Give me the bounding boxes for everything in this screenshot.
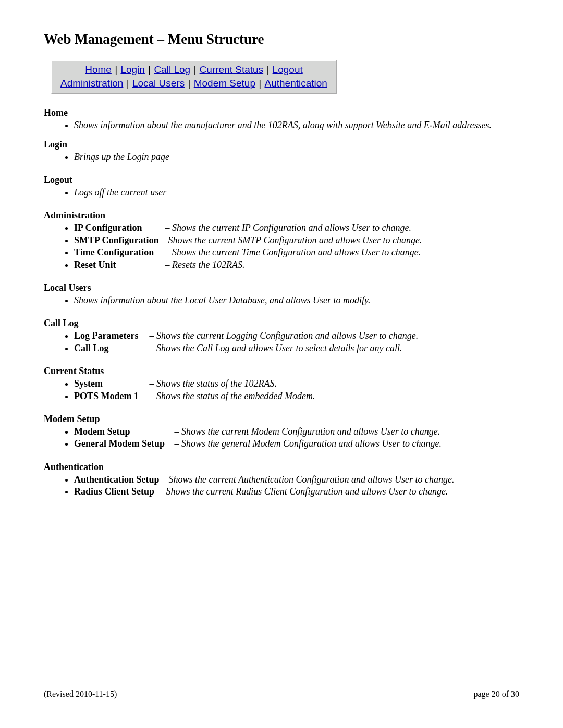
section-title: Logout [44,175,519,186]
list-item: Reset Unit – Resets the 102RAS. [74,259,519,271]
list-item: SMTP Configuration – Shows the current S… [74,235,519,246]
section-home: Home Shows information about the manufac… [44,107,519,131]
item-label: Time Configuration [74,246,163,258]
nav-menu-box: Home | Login | Call Log | Current Status… [51,60,337,94]
item-desc: – Shows the current Time Configuration a… [165,247,421,257]
item-desc: Logs off the current user [74,187,166,198]
nav-authentication[interactable]: Authentication [265,78,327,89]
section-current-status: Current Status System – Shows the status… [44,366,519,402]
item-desc: – Shows the status of the embedded Modem… [150,391,315,401]
item-desc: – Shows the Call Log and allows User to … [150,343,402,353]
section-title: Administration [44,210,519,221]
list-item: Logs off the current user [74,187,519,199]
nav-row-2: Administration | Local Users | Modem Set… [60,77,327,90]
nav-login[interactable]: Login [120,64,145,75]
list-item: Call Log – Shows the Call Log and allows… [74,342,519,354]
item-label: Authentication Setup [74,474,160,486]
section-administration: Administration IP Configuration – Shows … [44,210,519,271]
item-desc: – Shows the current IP Configuration and… [165,223,412,233]
item-label: General Modem Setup [74,438,172,450]
list-item: General Modem Setup – Shows the general … [74,438,519,450]
section-call-log: Call Log Log Parameters – Shows the curr… [44,318,519,354]
list-item: Radius Client Setup – Shows the current … [74,486,519,498]
section-title: Modem Setup [44,414,519,425]
section-login: Login Brings up the Login page [44,139,519,163]
item-label: IP Configuration [74,222,163,234]
list-item: Modem Setup – Shows the current Modem Co… [74,426,519,438]
page-footer: (Revised 2010-11-15) page 20 of 30 [44,689,519,699]
section-title: Local Users [44,282,519,293]
nav-row-1: Home | Login | Call Log | Current Status… [60,63,327,77]
item-desc: – Shows the current Authentication Confi… [162,474,454,485]
item-label: Log Parameters [74,330,147,342]
list-item: Authentication Setup – Shows the current… [74,474,519,486]
section-local-users: Local Users Shows information about the … [44,282,519,306]
item-label: Radius Client Setup [74,486,154,498]
nav-current-status[interactable]: Current Status [200,64,264,75]
nav-local-users[interactable]: Local Users [132,78,185,89]
list-item: IP Configuration – Shows the current IP … [74,222,519,234]
item-desc: – Shows the status of the 102RAS. [150,378,277,389]
item-label: Modem Setup [74,426,172,438]
item-desc: – Resets the 102RAS. [165,260,245,270]
nav-administration[interactable]: Administration [60,78,123,89]
list-item: Shows information about the Local User D… [74,294,519,306]
item-desc: – Shows the current Radius Client Config… [159,486,448,497]
item-desc: – Shows the general Modem Configuration … [175,438,442,449]
list-item: System – Shows the status of the 102RAS. [74,378,519,390]
page-title: Web Management – Menu Structure [44,31,519,47]
footer-page-number: page 20 of 30 [473,689,519,699]
section-title: Authentication [44,462,519,473]
item-label: Reset Unit [74,259,163,271]
item-desc: – Shows the current SMTP Configuration a… [161,235,422,245]
section-title: Current Status [44,366,519,377]
section-title: Login [44,139,519,150]
list-item: Brings up the Login page [74,151,519,163]
list-item: POTS Modem 1 – Shows the status of the e… [74,390,519,402]
nav-home[interactable]: Home [85,64,112,75]
section-title: Call Log [44,318,519,329]
list-item: Log Parameters – Shows the current Loggi… [74,330,519,342]
list-item: Shows information about the manufacturer… [74,119,519,131]
item-desc: Shows information about the Local User D… [74,295,371,305]
item-desc: Shows information about the manufacturer… [74,120,492,130]
footer-revised: (Revised 2010-11-15) [44,689,117,699]
section-authentication: Authentication Authentication Setup – Sh… [44,462,519,498]
section-title: Home [44,107,519,118]
item-desc: Brings up the Login page [74,152,169,162]
item-label: SMTP Configuration [74,235,159,246]
item-desc: – Shows the current Modem Configuration … [175,426,440,437]
nav-logout[interactable]: Logout [273,64,303,75]
section-logout: Logout Logs off the current user [44,175,519,199]
nav-calllog[interactable]: Call Log [154,64,190,75]
item-label: POTS Modem 1 [74,390,147,402]
nav-modem-setup[interactable]: Modem Setup [194,78,255,89]
section-modem-setup: Modem Setup Modem Setup – Shows the curr… [44,414,519,450]
item-label: System [74,378,147,390]
list-item: Time Configuration – Shows the current T… [74,246,519,258]
item-label: Call Log [74,342,147,354]
item-desc: – Shows the current Logging Configuratio… [150,330,419,341]
